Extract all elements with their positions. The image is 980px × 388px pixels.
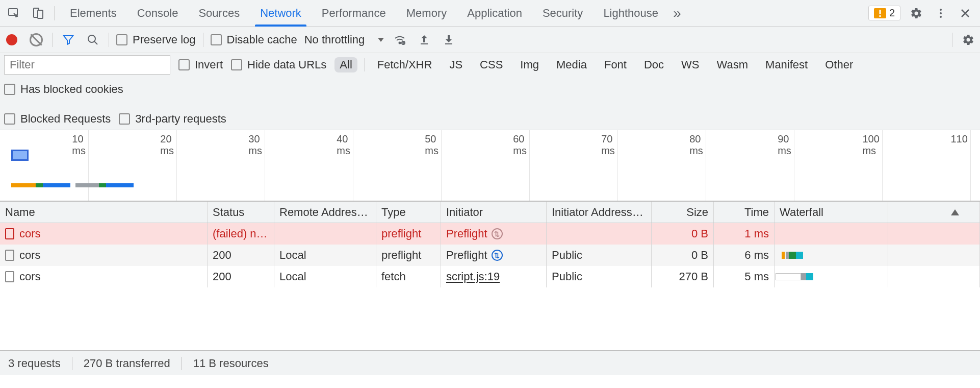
timeline-tick-label: 60 ms xyxy=(513,133,527,157)
timeline-tick: 10 ms xyxy=(88,130,89,201)
request-size: 0 B xyxy=(691,249,708,262)
has-blocked-cookies-checkbox[interactable]: Has blocked cookies xyxy=(4,83,123,96)
throttling-value: No throttling xyxy=(304,33,365,46)
filter-type-font[interactable]: Font xyxy=(599,57,632,72)
request-time: 5 ms xyxy=(744,270,769,283)
cell-initiator: Preflight⇅ xyxy=(441,245,547,266)
timeline-overview[interactable]: 10 ms20 ms30 ms40 ms50 ms60 ms70 ms80 ms… xyxy=(0,130,980,202)
file-icon xyxy=(5,250,14,261)
upload-har-icon[interactable] xyxy=(416,31,433,48)
network-settings-icon[interactable] xyxy=(960,31,977,48)
tab-performance[interactable]: Performance xyxy=(312,0,396,26)
filter-type-other[interactable]: Other xyxy=(820,57,858,72)
divider xyxy=(182,357,182,370)
invert-checkbox[interactable]: Invert xyxy=(178,58,223,71)
inspect-element-icon[interactable] xyxy=(5,5,22,22)
col-initiator-address[interactable]: Initiator Address Space xyxy=(547,202,652,223)
timeline-tick-label: 100 ms xyxy=(862,133,879,157)
download-har-icon[interactable] xyxy=(440,31,457,48)
clear-button[interactable] xyxy=(28,31,45,48)
timeline-tick: 60 ms xyxy=(529,130,530,201)
cell-size: 270 B xyxy=(652,266,714,287)
tab-console[interactable]: Console xyxy=(127,0,189,26)
initiator-text: Preflight xyxy=(446,227,487,240)
issues-badge[interactable]: 2 xyxy=(868,6,900,20)
filter-type-all[interactable]: All xyxy=(334,57,357,72)
checkbox-icon xyxy=(4,113,15,125)
third-party-checkbox[interactable]: 3rd-party requests xyxy=(119,112,226,126)
divider xyxy=(952,33,952,47)
table-row[interactable]: cors(failed) net::ERR_FAILEDpreflightPre… xyxy=(0,223,980,245)
col-remote-address[interactable]: Remote Address Space xyxy=(274,202,376,223)
warning-icon xyxy=(874,8,886,18)
filter-type-js[interactable]: JS xyxy=(444,57,468,72)
table-row[interactable]: cors200Localfetchscript.js:19Public270 B… xyxy=(0,266,980,287)
waterfall-segment xyxy=(782,252,785,259)
checkbox-icon xyxy=(211,34,222,45)
request-status: 200 xyxy=(213,249,231,262)
tab-memory[interactable]: Memory xyxy=(396,0,457,26)
network-conditions-icon[interactable] xyxy=(391,31,408,48)
initiator-link[interactable]: script.js:19 xyxy=(446,270,500,283)
tab-sources[interactable]: Sources xyxy=(188,0,250,26)
tab-network[interactable]: Network xyxy=(250,0,312,26)
kebab-menu-icon[interactable] xyxy=(932,5,949,22)
cell-waterfall xyxy=(775,245,980,266)
tab-elements[interactable]: Elements xyxy=(60,0,127,26)
col-time[interactable]: Time xyxy=(714,202,775,223)
col-type[interactable]: Type xyxy=(376,202,441,223)
close-devtools-icon[interactable] xyxy=(957,5,974,22)
disable-cache-checkbox[interactable]: Disable cache xyxy=(211,33,297,46)
hide-data-urls-checkbox[interactable]: Hide data URLs xyxy=(231,58,326,71)
tab-security[interactable]: Security xyxy=(532,0,593,26)
filter-type-wasm[interactable]: Wasm xyxy=(712,57,754,72)
cell-time: 5 ms xyxy=(714,266,775,287)
record-button[interactable] xyxy=(3,31,20,48)
table-row[interactable]: cors200LocalpreflightPreflight⇅Public0 B… xyxy=(0,245,980,266)
col-size[interactable]: Size xyxy=(652,202,714,223)
filter-input[interactable] xyxy=(4,55,170,75)
filter-type-ws[interactable]: WS xyxy=(676,57,704,72)
preserve-log-checkbox[interactable]: Preserve log xyxy=(116,33,196,46)
filter-type-manifest[interactable]: Manifest xyxy=(760,57,813,72)
filter-type-css[interactable]: CSS xyxy=(475,57,508,72)
filter-type-media[interactable]: Media xyxy=(551,57,592,72)
settings-icon[interactable] xyxy=(908,5,925,22)
request-name: cors xyxy=(19,270,41,283)
divider xyxy=(888,245,888,266)
col-status[interactable]: Status xyxy=(208,202,274,223)
timeline-tick-label: 70 ms xyxy=(601,133,615,157)
filter-type-img[interactable]: Img xyxy=(515,57,544,72)
network-filter-bar: Invert Hide data URLs AllFetch/XHRJSCSSI… xyxy=(0,53,980,130)
waterfall-segment xyxy=(796,252,803,259)
cell-initiator-address: Public xyxy=(547,266,652,287)
checkbox-icon xyxy=(178,59,190,70)
tab-application[interactable]: Application xyxy=(457,0,532,26)
initiator-address: Public xyxy=(552,249,582,262)
svg-rect-10 xyxy=(445,43,452,44)
waterfall-segment xyxy=(789,252,796,259)
svg-rect-9 xyxy=(421,43,428,44)
col-name[interactable]: Name xyxy=(0,202,208,223)
filter-icon[interactable] xyxy=(60,31,77,48)
preflight-icon: ⇅ xyxy=(492,228,503,239)
filter-type-fetchxhr[interactable]: Fetch/XHR xyxy=(372,57,437,72)
search-icon[interactable] xyxy=(84,31,101,48)
filter-type-doc[interactable]: Doc xyxy=(639,57,669,72)
col-waterfall[interactable]: Waterfall xyxy=(775,202,980,223)
more-tabs-icon[interactable]: » xyxy=(668,5,686,22)
cell-initiator: script.js:19 xyxy=(441,266,547,287)
third-party-label: 3rd-party requests xyxy=(135,112,226,126)
timeline-tick-label: 30 ms xyxy=(248,133,262,157)
request-size: 0 B xyxy=(691,227,708,240)
status-resources: 11 B resources xyxy=(193,357,269,370)
tab-lighthouse[interactable]: Lighthouse xyxy=(593,0,668,26)
blocked-requests-checkbox[interactable]: Blocked Requests xyxy=(4,112,111,126)
device-toolbar-icon[interactable] xyxy=(30,5,47,22)
col-initiator[interactable]: Initiator xyxy=(441,202,547,223)
cell-time: 1 ms xyxy=(714,223,775,245)
timeline-tick: 40 ms xyxy=(353,130,353,201)
initiator-text: Preflight xyxy=(446,249,487,262)
cell-type: fetch xyxy=(376,266,441,287)
throttling-select[interactable]: No throttling xyxy=(304,33,384,46)
